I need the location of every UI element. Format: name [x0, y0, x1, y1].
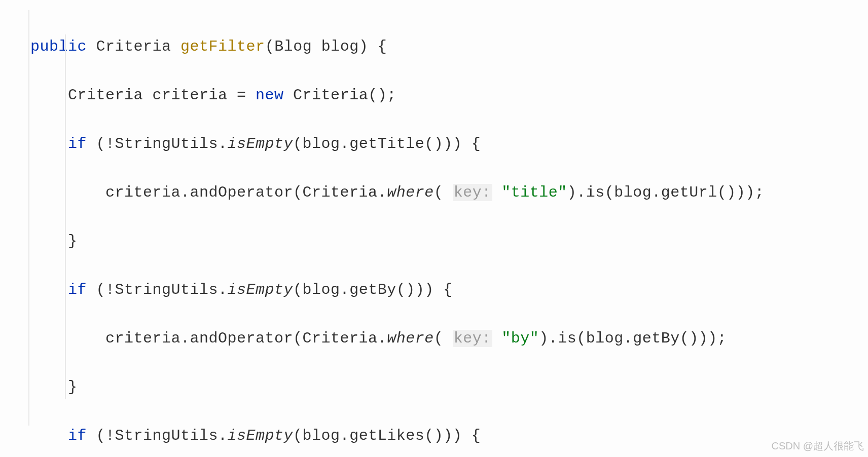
- code-line-9: if (!StringUtils.isEmpty(blog.getLikes()…: [30, 424, 868, 448]
- static-isempty: isEmpty: [228, 427, 294, 444]
- code-line-8: }: [30, 375, 868, 399]
- code-line-2: Criteria criteria = new Criteria();: [30, 83, 868, 107]
- code-line-5: }: [30, 229, 868, 253]
- gutter-line: [28, 10, 29, 426]
- string-by: "by": [501, 330, 539, 347]
- type-criteria: Criteria: [96, 38, 171, 55]
- code-line-6: if (!StringUtils.isEmpty(blog.getBy())) …: [30, 278, 868, 302]
- static-isempty: isEmpty: [228, 281, 294, 298]
- code-line-4: criteria.andOperator(Criteria.where( key…: [30, 180, 868, 205]
- watermark: CSDN @超人很能飞: [771, 438, 864, 454]
- keyword-public: public: [30, 38, 87, 55]
- param-hint-key: key:: [453, 330, 492, 347]
- fold-line: [65, 34, 66, 399]
- keyword-if: if: [68, 281, 87, 298]
- keyword-if: if: [68, 135, 87, 153]
- static-where: where: [387, 330, 434, 347]
- static-isempty: isEmpty: [228, 135, 294, 153]
- code-block: public Criteria getFilter(Blog blog) { C…: [30, 10, 868, 457]
- param-hint-key: key:: [453, 184, 492, 201]
- string-title: "title": [501, 184, 567, 201]
- code-line-3: if (!StringUtils.isEmpty(blog.getTitle()…: [30, 132, 868, 156]
- static-where: where: [387, 184, 434, 201]
- keyword-if: if: [68, 427, 87, 444]
- code-line-7: criteria.andOperator(Criteria.where( key…: [30, 326, 868, 351]
- code-line-1: public Criteria getFilter(Blog blog) {: [30, 34, 868, 59]
- keyword-new: new: [256, 87, 284, 104]
- method-name: getFilter: [180, 38, 265, 55]
